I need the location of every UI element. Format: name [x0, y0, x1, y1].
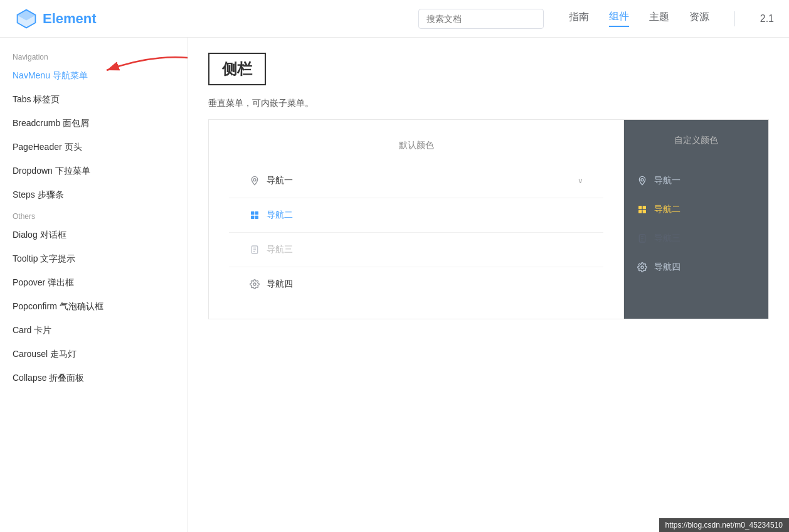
nav-resources[interactable]: 资源 — [689, 11, 709, 26]
sidebar: Navigation NavMenu 导航菜单 Tabs 标签页 Breadcr… — [0, 38, 188, 532]
nav-default-label-3: 导航三 — [267, 244, 293, 255]
search-input[interactable] — [418, 9, 544, 29]
search-area — [418, 9, 544, 29]
main-content: 侧栏 垂直菜单，可内嵌子菜单。 默认颜色 导 — [188, 38, 789, 532]
nav-default-item-1[interactable]: 导航一 ∨ — [229, 166, 603, 195]
nav-separator-3 — [229, 267, 603, 267]
nav-default-item-4[interactable]: 导航四 — [229, 270, 603, 299]
svg-rect-13 — [643, 206, 646, 209]
demo-custom-label: 自定义颜色 — [624, 130, 768, 156]
nav-dark-label-1: 导航一 — [654, 175, 680, 186]
nav-dark-label-2: 导航二 — [654, 204, 680, 215]
nav-theme[interactable]: 主题 — [649, 11, 669, 26]
demo-default-label: 默认颜色 — [229, 140, 603, 151]
svg-point-1 — [253, 179, 256, 181]
sidebar-item-steps[interactable]: Steps 步骤条 — [0, 183, 188, 207]
logo-text: Element — [43, 11, 97, 27]
nav-default-label-2: 导航二 — [267, 210, 293, 221]
svg-point-20 — [641, 266, 643, 269]
nav-dark-item-3: 导航三 — [624, 224, 768, 253]
nav-default-item-2[interactable]: 导航二 — [229, 201, 603, 230]
sidebar-item-pageheader[interactable]: PageHeader 页头 — [0, 136, 188, 159]
section-header: 侧栏 垂直菜单，可内嵌子菜单。 — [188, 38, 789, 119]
sidebar-item-card[interactable]: Card 卡片 — [0, 319, 188, 343]
logo[interactable]: Element — [15, 8, 97, 30]
sidebar-item-collapse[interactable]: Collapse 折叠面板 — [0, 366, 188, 390]
sidebar-item-navmenu[interactable]: NavMenu 导航菜单 — [0, 64, 188, 88]
nav-dark-item-1[interactable]: 导航一 — [624, 166, 768, 195]
header-nav: 指南 组件 主题 资源 2.1 — [569, 10, 774, 27]
nav-default-label-4: 导航四 — [267, 279, 293, 290]
nav-separator-1 — [229, 198, 603, 198]
sidebar-item-carousel[interactable]: Carousel 走马灯 — [0, 343, 188, 366]
demo-default-col: 默认颜色 导航一 ∨ — [209, 120, 624, 319]
svg-rect-5 — [255, 216, 258, 219]
sidebar-item-dialog[interactable]: Dialog 对话框 — [0, 223, 188, 247]
svg-point-10 — [253, 283, 256, 285]
demo-columns: 默认颜色 导航一 ∨ — [209, 120, 768, 319]
svg-point-11 — [641, 179, 643, 181]
location-icon-1 — [249, 175, 260, 186]
demo-custom-col: 自定义颜色 导航一 — [624, 120, 768, 319]
grid-icon-2 — [249, 210, 260, 221]
nav-dark-item-4[interactable]: 导航四 — [624, 253, 768, 282]
svg-rect-2 — [251, 211, 254, 215]
sidebar-item-tabs[interactable]: Tabs 标签页 — [0, 88, 188, 112]
svg-rect-14 — [638, 210, 642, 213]
sidebar-item-popconfirm[interactable]: Popconfirm 气泡确认框 — [0, 295, 188, 319]
svg-rect-15 — [643, 210, 646, 213]
nav-separator-2 — [229, 232, 603, 233]
nav-components[interactable]: 组件 — [609, 10, 629, 27]
gear-dark-icon-4 — [637, 262, 648, 273]
version-text: 2.1 — [760, 13, 774, 24]
url-bar: https://blog.csdn.net/m0_45234510 — [659, 518, 789, 532]
doc-dark-icon-3 — [637, 233, 648, 244]
layout: Navigation NavMenu 导航菜单 Tabs 标签页 Breadcr… — [0, 38, 789, 532]
chevron-down-icon-1: ∨ — [578, 176, 583, 185]
logo-icon — [15, 8, 38, 30]
location-dark-icon-1 — [637, 175, 648, 186]
grid-dark-icon-2 — [637, 204, 648, 215]
section-title: 侧栏 — [208, 53, 266, 85]
nav-default-label-1: 导航一 — [267, 175, 293, 186]
sidebar-item-breadcrumb[interactable]: Breadcrumb 面包屑 — [0, 112, 188, 136]
nav-guide[interactable]: 指南 — [569, 11, 589, 26]
header: Element 指南 组件 主题 资源 2.1 — [0, 0, 789, 38]
header-divider — [734, 11, 735, 26]
sidebar-item-dropdown[interactable]: Dropdown 下拉菜单 — [0, 159, 188, 183]
sidebar-section-navigation: Navigation — [0, 48, 188, 64]
svg-rect-3 — [255, 211, 258, 215]
gear-icon-4 — [249, 279, 260, 290]
nav-dark-label-4: 导航四 — [654, 262, 680, 273]
doc-icon-3 — [249, 244, 260, 255]
section-desc: 垂直菜单，可内嵌子菜单。 — [208, 98, 769, 109]
svg-rect-12 — [638, 206, 642, 209]
sidebar-item-popover[interactable]: Popover 弹出框 — [0, 271, 188, 295]
nav-default-item-3: 导航三 — [229, 235, 603, 264]
svg-rect-4 — [251, 216, 254, 219]
demo-area: 默认颜色 导航一 ∨ — [208, 119, 769, 319]
nav-dark-label-3: 导航三 — [654, 233, 680, 244]
sidebar-item-tooltip[interactable]: Tooltip 文字提示 — [0, 247, 188, 271]
sidebar-section-others: Others — [0, 207, 188, 223]
nav-dark-item-2[interactable]: 导航二 — [624, 195, 768, 224]
